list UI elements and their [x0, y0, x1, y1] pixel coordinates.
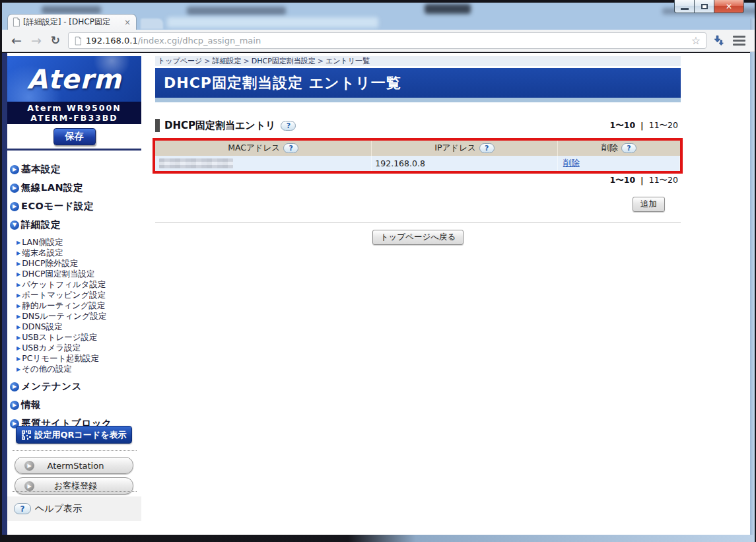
window-frame-bottom [2, 535, 755, 542]
highlight-annotation: MACアドレス?IPアドレス?削除? 192.168.0.8削除 [153, 138, 683, 174]
help-icon[interactable]: ? [479, 143, 495, 153]
ip-address-cell: 192.168.0.8 [372, 156, 557, 171]
close-button[interactable]: ✕ [714, 0, 744, 13]
aterm-logo: Aterm [7, 56, 141, 102]
background-window [167, 17, 378, 28]
divider [155, 222, 681, 223]
sidebar-subitem[interactable]: ▶DHCP固定割当設定 [17, 269, 141, 279]
chevron-right-icon: ▶ [10, 382, 19, 391]
sidebar-subitem[interactable]: ▶DHCP除外設定 [17, 258, 141, 269]
aterm-station-button[interactable]: ▶ AtermStation [15, 457, 133, 474]
column-header: 削除? [558, 141, 680, 156]
minimize-button[interactable] [674, 0, 695, 13]
page-icon [74, 36, 82, 46]
sidebar-menu: ▶基本設定▶無線LAN設定▶ECOモード設定▼詳細設定▶LAN側設定▶端末名設定… [7, 157, 141, 436]
pagination-current-range[interactable]: 1〜10 [610, 175, 636, 186]
sidebar-submenu: ▶LAN側設定▶端末名設定▶DHCP除外設定▶DHCP固定割当設定▶パケットフィ… [17, 237, 141, 374]
sidebar-subitem[interactable]: ▶静的ルーティング設定 [17, 300, 141, 311]
chevron-right-icon: ▶ [10, 184, 19, 193]
help-label: ヘルプ表示 [35, 503, 82, 515]
triangle-right-icon: ▶ [17, 335, 20, 341]
save-area: 保存 [7, 124, 141, 151]
breadcrumb-item[interactable]: 詳細設定 [213, 56, 242, 66]
masked-mac-address [159, 158, 233, 168]
pagination-separator: | [640, 121, 644, 131]
browser-tab[interactable]: [詳細設定] - [DHCP固定 × [7, 14, 137, 30]
address-bar[interactable]: 192.168.0.1/index.cgi/dhcp_assign_main ☆ [68, 32, 706, 49]
triangle-right-icon: ▶ [17, 292, 20, 298]
breadcrumb: トップページ>詳細設定>DHCP固定割当設定>エントリ一覧 [155, 56, 681, 66]
delete-link[interactable]: 削除 [563, 158, 580, 169]
sidebar-subitem-label: DHCP除外設定 [22, 258, 78, 269]
background-window [425, 4, 471, 14]
sidebar-subitem[interactable]: ▶PCリモート起動設定 [17, 353, 141, 364]
sidebar-subitem[interactable]: ▶その他の設定 [17, 364, 141, 374]
sidebar-item[interactable]: ▼詳細設定 [10, 219, 141, 231]
sidebar-item[interactable]: ▶メンテナンス [10, 380, 141, 393]
column-header: MACアドレス? [155, 141, 372, 156]
triangle-right-icon: ▶ [17, 250, 20, 256]
bookmark-star-icon[interactable]: ☆ [691, 34, 701, 47]
column-header-label: IPアドレス [434, 143, 475, 154]
background-window [187, 7, 286, 15]
sidebar-subitem-label: LAN側設定 [22, 237, 63, 248]
sidebar-subitem-label: 端末名設定 [22, 248, 63, 259]
sidebar-item[interactable]: ▶基本設定 [10, 163, 141, 176]
title-accent-strip [155, 98, 681, 102]
sidebar-subitem[interactable]: ▶端末名設定 [17, 248, 141, 258]
sidebar-subitem[interactable]: ▶DNSルーティング設定 [17, 311, 141, 322]
chrome-menu-icon[interactable] [733, 36, 745, 46]
pagination-top: 1〜10|11〜20 [610, 120, 678, 131]
sidebar-subitem-label: パケットフィルタ設定 [22, 279, 106, 290]
sidebar-item[interactable]: ▶情報 [10, 399, 141, 411]
close-icon: ✕ [726, 2, 732, 11]
chevron-right-icon: ▶ [10, 165, 19, 174]
pagination-bottom: 1〜10|11〜20 [610, 175, 678, 186]
sidebar-subitem-label: 静的ルーティング設定 [22, 300, 105, 312]
triangle-right-icon: ▶ [17, 356, 20, 362]
background-window [42, 6, 101, 14]
sidebar-item[interactable]: ▶無線LAN設定 [10, 182, 141, 194]
sidebar-subitem[interactable]: ▶LAN側設定 [17, 237, 141, 248]
help-icon[interactable]: ? [281, 121, 296, 131]
window-frame-right [750, 18, 755, 535]
back-icon[interactable]: ← [11, 34, 22, 47]
pagination-next-range[interactable]: 11〜20 [649, 120, 678, 131]
url-path: /index.cgi/dhcp_assign_main [138, 36, 261, 46]
pagination-separator: | [640, 176, 644, 186]
back-to-top-button[interactable]: トップページへ戻る [372, 230, 464, 245]
pagination-current-range[interactable]: 1〜10 [610, 120, 636, 131]
breadcrumb-item[interactable]: トップページ [158, 56, 202, 66]
triangle-right-icon: ▶ [17, 345, 20, 351]
qr-button-label: 設定用QRコードを表示 [35, 429, 127, 441]
sidebar-subitem[interactable]: ▶USBストレージ設定 [17, 332, 141, 343]
table-body: 192.168.0.8削除 [155, 156, 680, 171]
triangle-right-icon: ▶ [17, 324, 20, 330]
sidebar-item[interactable]: ▶ECOモード設定 [10, 200, 141, 213]
sidebar-subitem[interactable]: ▶パケットフィルタ設定 [17, 279, 141, 290]
sidebar-subitem[interactable]: ▶DDNS設定 [17, 322, 141, 332]
save-button[interactable]: 保存 [53, 128, 96, 145]
column-header-label: MACアドレス [228, 143, 280, 154]
add-button[interactable]: 追加 [633, 197, 665, 212]
sidebar-subitem[interactable]: ▶ポートマッピング設定 [17, 290, 141, 300]
download-extension-icon[interactable] [713, 35, 725, 47]
left-edge-strip [2, 53, 7, 535]
tab-close-icon[interactable]: × [123, 18, 132, 27]
reload-icon[interactable]: ↻ [51, 35, 60, 46]
sidebar-subitem[interactable]: ▶USBカメラ設定 [17, 343, 141, 353]
pagination-next-range[interactable]: 11〜20 [649, 175, 678, 186]
maximize-button[interactable] [695, 0, 714, 13]
help-icon[interactable]: ? [621, 143, 636, 153]
qr-code-button[interactable]: 設定用QRコードを表示 [16, 426, 132, 444]
customer-register-button[interactable]: ▶ お客様登録 [15, 477, 133, 494]
breadcrumb-separator: > [318, 57, 324, 65]
sidebar-subitem-label: DDNS設定 [22, 322, 63, 333]
help-icon[interactable]: ? [283, 143, 298, 153]
breadcrumb-item[interactable]: DHCP固定割当設定 [252, 56, 316, 66]
help-display[interactable]: ? ヘルプ表示 [7, 496, 141, 521]
window-controls: ✕ [674, 0, 744, 13]
aterm-station-label: AtermStation [34, 461, 117, 471]
triangle-right-icon: ▶ [17, 314, 20, 320]
forward-icon[interactable]: → [31, 34, 42, 47]
